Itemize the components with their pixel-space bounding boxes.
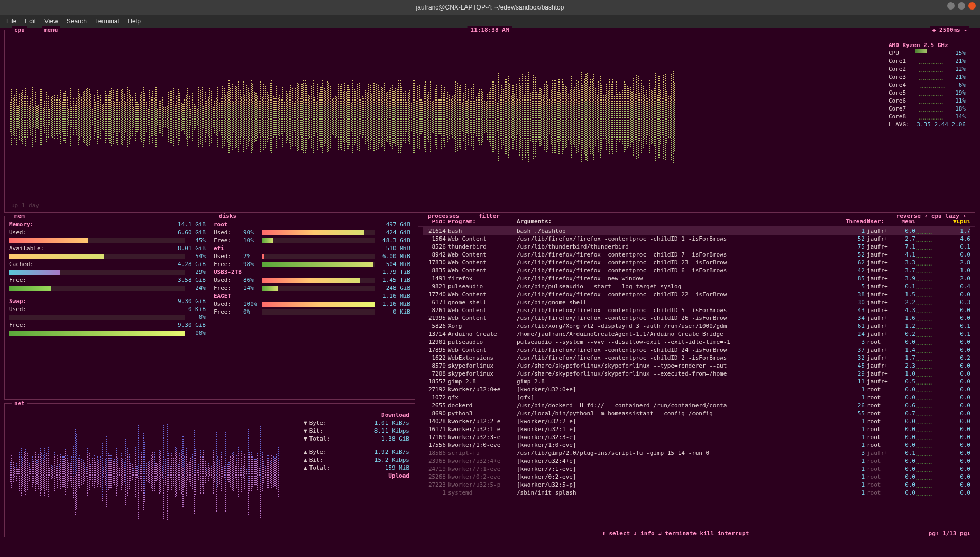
process-row[interactable]: 17556kworker/1:0-eve[kworker/1:0-eve]1ro… xyxy=(423,441,970,449)
proc-program: Web Content xyxy=(448,267,517,275)
proc-threads: 52 xyxy=(846,235,865,243)
process-row[interactable]: 1491firefox/usr/lib/firefox/firefox -new… xyxy=(423,275,970,282)
process-row[interactable]: 13714Arduino_Create_/home/jaufranc/Ardui… xyxy=(423,330,970,338)
mem-row-label: Available: xyxy=(9,244,44,252)
process-row[interactable]: 21614bashbash ./bashtop1jaufr+0.0⣀⣀⣀⣀1.7 xyxy=(423,227,970,235)
proc-program: kworker/u32:0+e xyxy=(448,386,517,394)
process-row[interactable]: 18586script-fu/usr/lib/gimp/2.0/plug-ins… xyxy=(423,449,970,457)
proc-spark: ⣀⣀⣀⣀ xyxy=(915,465,947,473)
proc-spark: ⣀⣀⣀⣀ xyxy=(915,259,947,267)
process-row[interactable]: 1systemd/sbin/init splash1root0.0⣀⣀⣀⣀0.0 xyxy=(423,489,970,497)
menu-item-file[interactable]: File xyxy=(3,17,20,25)
proc-cpu: 0.0 xyxy=(947,346,970,354)
footer-center[interactable]: ↑ select ↓ info ↲ terminate kill interru… xyxy=(423,530,929,537)
process-row[interactable]: 17169kworker/u32:3-e[kworker/u32:3-e]1ro… xyxy=(423,433,970,441)
close-icon[interactable] xyxy=(968,2,976,10)
proc-pid: 27192 xyxy=(423,386,448,394)
proc-pid: 17830 xyxy=(423,259,448,267)
process-row[interactable]: 17895Web Content/usr/lib/firefox/firefox… xyxy=(423,346,970,354)
swap-pct: 0% xyxy=(188,313,206,321)
proc-cpu: 0.2 xyxy=(947,354,970,362)
update-interval[interactable]: + 2500ms - xyxy=(930,26,969,33)
process-row[interactable]: 8526thunderbird/usr/lib/thunderbird/thun… xyxy=(423,243,970,251)
proc-pid: 17169 xyxy=(423,433,448,441)
process-row[interactable]: 27192kworker/u32:0+e[kworker/u32:0+e]1ro… xyxy=(423,386,970,394)
proc-program: kworker/7:1-eve xyxy=(448,465,517,473)
proc-threads: 1 xyxy=(846,441,865,449)
proc-threads: 85 xyxy=(846,275,865,282)
process-row[interactable]: 8761Web Content/usr/lib/firefox/firefox … xyxy=(423,306,970,314)
proc-args: /usr/share/skypeforlinux/skypeforlinux -… xyxy=(517,370,846,378)
proc-threads: 1 xyxy=(846,433,865,441)
proc-args: [kworker/u32:1-e] xyxy=(517,425,846,433)
menu-item-terminal[interactable]: Terminal xyxy=(92,17,122,25)
proc-cpu: 0.1 xyxy=(947,322,970,330)
proc-threads: 42 xyxy=(846,267,865,275)
col-arguments[interactable]: Arguments: xyxy=(517,217,846,225)
proc-args: [kworker/u32:2-e] xyxy=(517,417,846,425)
proc-args: [kworker/u32:3-e] xyxy=(517,433,846,441)
process-row[interactable]: 7208skypeforlinux/usr/share/skypeforlinu… xyxy=(423,370,970,378)
proc-threads: 1 xyxy=(846,394,865,401)
disk-used-label: Used: xyxy=(214,276,240,284)
col-user[interactable]: User: xyxy=(865,217,893,225)
proc-user: jaufr+ xyxy=(865,298,893,306)
process-row[interactable]: 8690python3/usr/local/bin/python3 -m hom… xyxy=(423,409,970,417)
core-name: Core1 xyxy=(889,57,906,65)
process-row[interactable]: 23968kworker/u32:4+e[kworker/u32:4+e]1ro… xyxy=(423,457,970,465)
process-row[interactable]: 27223kworker/u32:5-p[kworker/u32:5-p]1ro… xyxy=(423,481,970,489)
process-row[interactable]: 1622WebExtensions/usr/lib/firefox/firefo… xyxy=(423,354,970,362)
proc-pid: 17740 xyxy=(423,290,448,298)
proc-mem: 0.0 xyxy=(893,227,915,235)
proc-user: root xyxy=(865,417,893,425)
proc-pid: 18557 xyxy=(423,378,448,386)
filter-label[interactable]: filter xyxy=(477,213,502,220)
footer-right[interactable]: pg↑ 1/13 pg↓ xyxy=(929,530,970,537)
menu-label[interactable]: menu xyxy=(42,26,60,33)
proc-mem: 0.2 xyxy=(893,330,915,338)
cpu-total-pct: 15% xyxy=(955,49,966,57)
net-panel: net Download Byte:1.01 KiB/s Bit:8.11 Ki… xyxy=(4,403,415,537)
proc-program: pulseaudio xyxy=(448,338,517,346)
proc-args: /usr/bin/pulseaudio --start --log-target… xyxy=(517,282,846,290)
process-row[interactable]: 12901pulseaudiopulseaudio --system --vvv… xyxy=(423,338,970,346)
menu-item-edit[interactable]: Edit xyxy=(22,17,39,25)
proc-cpu: 0.0 xyxy=(947,394,970,401)
menu-item-search[interactable]: Search xyxy=(63,17,90,25)
menu-item-help[interactable]: Help xyxy=(124,17,144,25)
col-threads[interactable]: Threads: xyxy=(846,217,865,225)
process-row[interactable]: 1564Web Content/usr/lib/firefox/firefox … xyxy=(423,235,970,243)
disk-used-bar xyxy=(262,230,375,235)
process-row[interactable]: 9821pulseaudio/usr/bin/pulseaudio --star… xyxy=(423,282,970,290)
process-row[interactable]: 14028kworker/u32:2-e[kworker/u32:2-e]1ro… xyxy=(423,417,970,425)
minimize-icon[interactable] xyxy=(947,2,955,10)
proc-user: jaufr+ xyxy=(865,322,893,330)
process-row[interactable]: 8942Web Content/usr/lib/firefox/firefox … xyxy=(423,251,970,259)
proc-args: /usr/lib/gimp/2.0/plug-ins/script-fu -gi… xyxy=(517,449,846,457)
process-row[interactable]: 1072gfx[gfx]1root0.0⣀⣀⣀⣀0.0 xyxy=(423,394,970,401)
process-row[interactable]: 5826Xorg/usr/lib/xorg/Xorg vt2 -displayf… xyxy=(423,322,970,330)
menu-item-view[interactable]: View xyxy=(41,17,61,25)
proc-user: jaufr+ xyxy=(865,227,893,235)
proc-program: kworker/u32:4+e xyxy=(448,457,517,465)
process-row[interactable]: 21995Web Content/usr/lib/firefox/firefox… xyxy=(423,314,970,322)
swap-bar xyxy=(9,315,185,320)
sort-mode[interactable]: reverse ‹ cpu lazy › xyxy=(893,213,969,220)
proc-mem: 4.1 xyxy=(893,251,915,259)
proc-program: kworker/u32:5-p xyxy=(448,481,517,489)
process-row[interactable]: 2655dockerd/usr/bin/dockerd -H fd:// --c… xyxy=(423,401,970,409)
process-row[interactable]: 17740Web Content/usr/lib/firefox/firefox… xyxy=(423,290,970,298)
process-row[interactable]: 8835Web Content/usr/lib/firefox/firefox … xyxy=(423,267,970,275)
process-row[interactable]: 8570skypeforlinux/usr/share/skypeforlinu… xyxy=(423,362,970,370)
process-row[interactable]: 17830Web Content/usr/lib/firefox/firefox… xyxy=(423,259,970,267)
proc-pid: 25268 xyxy=(423,473,448,481)
process-row[interactable]: 24719kworker/7:1-eve[kworker/7:1-eve]1ro… xyxy=(423,465,970,473)
proc-program: kworker/0:2-eve xyxy=(448,473,517,481)
proc-threads: 1 xyxy=(846,417,865,425)
process-row[interactable]: 16171kworker/u32:1-e[kworker/u32:1-e]1ro… xyxy=(423,425,970,433)
proc-cpu: 0.0 xyxy=(947,386,970,394)
process-row[interactable]: 18557gimp-2.8gimp-2.811jaufr+0.5⣀⣀⣀⣀0.0 xyxy=(423,378,970,386)
process-row[interactable]: 25268kworker/0:2-eve[kworker/0:2-eve]1ro… xyxy=(423,473,970,481)
maximize-icon[interactable] xyxy=(958,2,965,10)
process-row[interactable]: 6173gnome-shell/usr/bin/gnome-shell30jau… xyxy=(423,298,970,306)
